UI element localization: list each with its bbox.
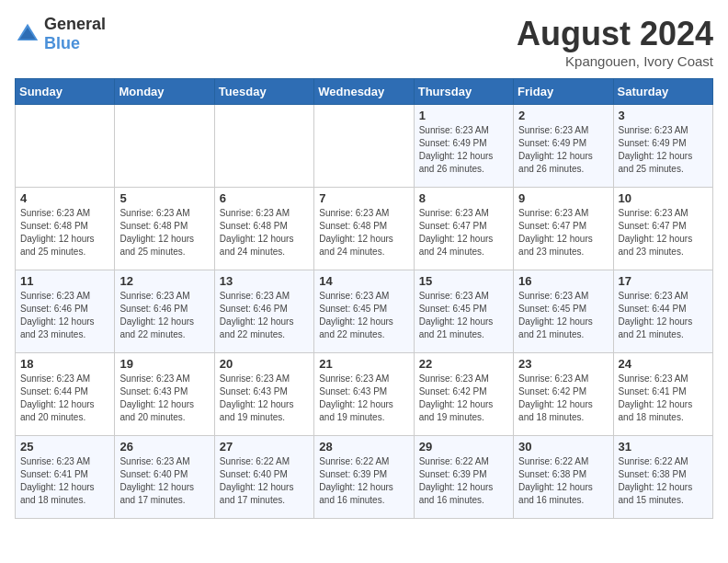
- day-info: Sunrise: 6:22 AM Sunset: 6:40 PM Dayligh…: [220, 455, 309, 507]
- day-info: Sunrise: 6:23 AM Sunset: 6:48 PM Dayligh…: [119, 207, 209, 259]
- calendar-cell: [115, 105, 214, 188]
- day-number: 16: [518, 274, 608, 288]
- day-number: 5: [119, 191, 209, 205]
- location: Kpangouen, Ivory Coast: [517, 53, 713, 69]
- day-info: Sunrise: 6:23 AM Sunset: 6:41 PM Dayligh…: [20, 455, 109, 507]
- day-info: Sunrise: 6:23 AM Sunset: 6:41 PM Dayligh…: [619, 373, 708, 424]
- day-number: 4: [20, 191, 109, 205]
- day-number: 27: [220, 440, 309, 454]
- day-info: Sunrise: 6:23 AM Sunset: 6:46 PM Dayligh…: [20, 290, 109, 341]
- day-number: 22: [419, 357, 508, 371]
- calendar-week-1: 1Sunrise: 6:23 AM Sunset: 6:49 PM Daylig…: [16, 105, 713, 188]
- weekday-thursday: Thursday: [414, 79, 513, 105]
- day-info: Sunrise: 6:23 AM Sunset: 6:49 PM Dayligh…: [419, 124, 508, 176]
- day-info: Sunrise: 6:23 AM Sunset: 6:46 PM Dayligh…: [119, 290, 209, 341]
- calendar-week-3: 11Sunrise: 6:23 AM Sunset: 6:46 PM Dayli…: [16, 270, 713, 353]
- day-number: 30: [518, 440, 608, 454]
- calendar-cell: 30Sunrise: 6:22 AM Sunset: 6:38 PM Dayli…: [514, 436, 613, 519]
- day-info: Sunrise: 6:23 AM Sunset: 6:42 PM Dayligh…: [419, 373, 508, 424]
- calendar-cell: 19Sunrise: 6:23 AM Sunset: 6:43 PM Dayli…: [115, 353, 214, 436]
- day-number: 15: [419, 274, 508, 288]
- day-info: Sunrise: 6:23 AM Sunset: 6:40 PM Dayligh…: [119, 455, 209, 507]
- day-number: 23: [518, 357, 608, 371]
- day-number: 13: [220, 274, 309, 288]
- calendar-cell: 2Sunrise: 6:23 AM Sunset: 6:49 PM Daylig…: [514, 105, 613, 188]
- day-info: Sunrise: 6:23 AM Sunset: 6:47 PM Dayligh…: [619, 207, 708, 259]
- calendar-cell: 10Sunrise: 6:23 AM Sunset: 6:47 PM Dayli…: [613, 188, 712, 270]
- weekday-monday: Monday: [115, 79, 214, 105]
- logo-icon: [15, 21, 40, 47]
- day-info: Sunrise: 6:23 AM Sunset: 6:45 PM Dayligh…: [419, 290, 508, 341]
- calendar-cell: 16Sunrise: 6:23 AM Sunset: 6:45 PM Dayli…: [514, 270, 613, 353]
- calendar-week-2: 4Sunrise: 6:23 AM Sunset: 6:48 PM Daylig…: [16, 188, 713, 270]
- day-number: 3: [619, 109, 708, 122]
- day-number: 10: [619, 191, 708, 205]
- day-info: Sunrise: 6:23 AM Sunset: 6:48 PM Dayligh…: [20, 207, 109, 259]
- day-info: Sunrise: 6:22 AM Sunset: 6:38 PM Dayligh…: [619, 455, 708, 507]
- calendar-cell: 5Sunrise: 6:23 AM Sunset: 6:48 PM Daylig…: [115, 188, 214, 270]
- day-info: Sunrise: 6:23 AM Sunset: 6:43 PM Dayligh…: [119, 373, 209, 424]
- day-number: 12: [119, 274, 209, 288]
- day-info: Sunrise: 6:23 AM Sunset: 6:46 PM Dayligh…: [220, 290, 309, 341]
- weekday-row: SundayMondayTuesdayWednesdayThursdayFrid…: [16, 79, 713, 105]
- calendar-cell: 26Sunrise: 6:23 AM Sunset: 6:40 PM Dayli…: [115, 436, 214, 519]
- calendar-cell: 28Sunrise: 6:22 AM Sunset: 6:39 PM Dayli…: [314, 436, 414, 519]
- calendar-cell: 18Sunrise: 6:23 AM Sunset: 6:44 PM Dayli…: [16, 353, 115, 436]
- day-number: 9: [518, 191, 608, 205]
- day-number: 6: [220, 191, 309, 205]
- day-number: 18: [20, 357, 109, 371]
- logo-blue: Blue: [44, 34, 80, 52]
- day-number: 8: [419, 191, 508, 205]
- logo-general: General: [44, 15, 106, 33]
- day-number: 21: [319, 357, 408, 371]
- weekday-saturday: Saturday: [613, 79, 712, 105]
- day-info: Sunrise: 6:23 AM Sunset: 6:49 PM Dayligh…: [619, 124, 708, 176]
- day-number: 28: [319, 440, 408, 454]
- day-number: 29: [419, 440, 508, 454]
- day-number: 2: [518, 109, 608, 122]
- day-info: Sunrise: 6:23 AM Sunset: 6:44 PM Dayligh…: [619, 290, 708, 341]
- day-info: Sunrise: 6:23 AM Sunset: 6:48 PM Dayligh…: [220, 207, 309, 259]
- calendar-cell: 7Sunrise: 6:23 AM Sunset: 6:48 PM Daylig…: [314, 188, 414, 270]
- day-number: 17: [619, 274, 708, 288]
- calendar-cell: 21Sunrise: 6:23 AM Sunset: 6:43 PM Dayli…: [314, 353, 414, 436]
- calendar-cell: 20Sunrise: 6:23 AM Sunset: 6:43 PM Dayli…: [214, 353, 313, 436]
- calendar-cell: 8Sunrise: 6:23 AM Sunset: 6:47 PM Daylig…: [414, 188, 513, 270]
- weekday-friday: Friday: [514, 79, 613, 105]
- calendar-cell: 13Sunrise: 6:23 AM Sunset: 6:46 PM Dayli…: [214, 270, 313, 353]
- day-number: 14: [319, 274, 408, 288]
- logo: General Blue: [15, 15, 106, 53]
- calendar-cell: 4Sunrise: 6:23 AM Sunset: 6:48 PM Daylig…: [16, 188, 115, 270]
- day-number: 31: [619, 440, 708, 454]
- day-number: 1: [419, 109, 508, 122]
- page-header: General Blue August 2024 Kpangouen, Ivor…: [15, 15, 713, 69]
- calendar-cell: 3Sunrise: 6:23 AM Sunset: 6:49 PM Daylig…: [613, 105, 712, 188]
- calendar-cell: 24Sunrise: 6:23 AM Sunset: 6:41 PM Dayli…: [613, 353, 712, 436]
- day-info: Sunrise: 6:23 AM Sunset: 6:45 PM Dayligh…: [319, 290, 408, 341]
- day-info: Sunrise: 6:23 AM Sunset: 6:48 PM Dayligh…: [319, 207, 408, 259]
- day-info: Sunrise: 6:23 AM Sunset: 6:49 PM Dayligh…: [518, 124, 608, 176]
- day-info: Sunrise: 6:23 AM Sunset: 6:42 PM Dayligh…: [518, 373, 608, 424]
- day-info: Sunrise: 6:23 AM Sunset: 6:43 PM Dayligh…: [319, 373, 408, 424]
- calendar-header: SundayMondayTuesdayWednesdayThursdayFrid…: [16, 79, 713, 105]
- calendar-week-5: 25Sunrise: 6:23 AM Sunset: 6:41 PM Dayli…: [16, 436, 713, 519]
- calendar-cell: 27Sunrise: 6:22 AM Sunset: 6:40 PM Dayli…: [214, 436, 313, 519]
- day-number: 7: [319, 191, 408, 205]
- calendar-cell: 29Sunrise: 6:22 AM Sunset: 6:39 PM Dayli…: [414, 436, 513, 519]
- month-year: August 2024: [517, 15, 713, 53]
- weekday-tuesday: Tuesday: [214, 79, 313, 105]
- day-number: 24: [619, 357, 708, 371]
- calendar-body: 1Sunrise: 6:23 AM Sunset: 6:49 PM Daylig…: [16, 105, 713, 519]
- calendar-cell: 23Sunrise: 6:23 AM Sunset: 6:42 PM Dayli…: [514, 353, 613, 436]
- day-info: Sunrise: 6:22 AM Sunset: 6:38 PM Dayligh…: [518, 455, 608, 507]
- day-number: 25: [20, 440, 109, 454]
- calendar-cell: [214, 105, 313, 188]
- weekday-wednesday: Wednesday: [314, 79, 414, 105]
- calendar-cell: 14Sunrise: 6:23 AM Sunset: 6:45 PM Dayli…: [314, 270, 414, 353]
- day-number: 11: [20, 274, 109, 288]
- day-number: 26: [119, 440, 209, 454]
- calendar-table: SundayMondayTuesdayWednesdayThursdayFrid…: [15, 78, 713, 519]
- day-info: Sunrise: 6:22 AM Sunset: 6:39 PM Dayligh…: [319, 455, 408, 507]
- calendar-cell: [16, 105, 115, 188]
- day-number: 20: [220, 357, 309, 371]
